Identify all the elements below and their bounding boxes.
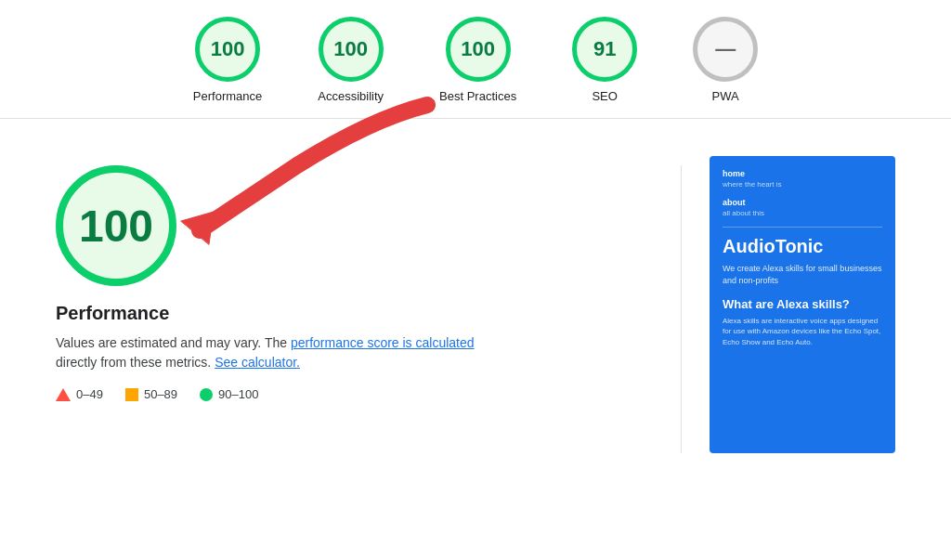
score-label-best-practices: Best Practices: [439, 89, 516, 103]
description-before: Values are estimated and may vary. The: [56, 335, 287, 350]
triangle-icon: [56, 388, 71, 401]
arrow-annotation: [130, 91, 455, 277]
score-item-best-practices[interactable]: 100 Best Practices: [439, 17, 516, 103]
description: Values are estimated and may vary. The p…: [56, 333, 502, 372]
right-panel: home where the heart is about all about …: [710, 156, 914, 453]
legend-orange-range: 50–89: [144, 387, 177, 401]
score-label-seo: SEO: [592, 89, 617, 103]
score-circle-performance: 100: [195, 17, 260, 82]
score-value-best-practices: 100: [461, 37, 495, 61]
square-icon: [125, 388, 138, 401]
divider: [681, 165, 682, 453]
performance-title: Performance: [56, 303, 169, 324]
preview-brand: AudioTonic: [723, 235, 882, 257]
score-value-pwa: —: [715, 37, 736, 61]
legend-orange: 50–89: [125, 387, 177, 401]
big-score-circle: 100: [56, 165, 176, 286]
score-item-accessibility[interactable]: 100 Accessibility: [318, 17, 384, 103]
score-item-pwa[interactable]: — PWA: [693, 17, 758, 103]
score-circle-pwa: —: [693, 17, 758, 82]
big-score-area: 100: [56, 165, 176, 286]
preview-nav1-sub: where the heart is: [723, 180, 882, 189]
score-circle-accessibility: 100: [319, 17, 384, 82]
preview-section-body: Alexa skills are interactive voice apps …: [723, 316, 882, 347]
score-label-pwa: PWA: [712, 89, 739, 103]
description-middle: directly from these metrics.: [56, 355, 211, 370]
score-value-accessibility: 100: [333, 37, 368, 61]
legend: 0–49 50–89 90–100: [56, 387, 258, 401]
score-value-seo: 91: [593, 37, 616, 61]
left-panel: 100 Performance Values are estimated and…: [37, 137, 653, 453]
performance-link[interactable]: performance score is calculated: [291, 335, 475, 350]
calculator-link[interactable]: See calculator.: [215, 355, 300, 370]
preview-nav1: home: [723, 169, 882, 178]
preview-section-title: What are Alexa skills?: [723, 297, 882, 311]
score-circle-seo: 91: [572, 17, 637, 82]
svg-marker-0: [181, 212, 214, 244]
legend-green: 90–100: [200, 387, 258, 401]
legend-red-range: 0–49: [76, 387, 103, 401]
main-content: 100 Performance Values are estimated and…: [0, 119, 951, 472]
preview-tagline: We create Alexa skills for small busines…: [723, 263, 882, 286]
legend-green-range: 90–100: [218, 387, 258, 401]
preview-nav2: about: [723, 198, 882, 207]
preview-divider: [723, 227, 882, 228]
circle-icon: [200, 388, 213, 401]
legend-red: 0–49: [56, 387, 103, 401]
score-item-seo[interactable]: 91 SEO: [572, 17, 637, 103]
score-bar: 100 Performance 100 Accessibility 100 Be…: [0, 0, 951, 119]
site-preview: home where the heart is about all about …: [710, 156, 895, 453]
big-score-value: 100: [79, 201, 153, 252]
score-value-performance: 100: [211, 37, 245, 61]
preview-nav2-sub: all about this: [723, 209, 882, 217]
score-item-performance[interactable]: 100 Performance: [193, 17, 262, 103]
score-label-accessibility: Accessibility: [318, 89, 384, 103]
score-circle-best-practices: 100: [446, 17, 511, 82]
score-label-performance: Performance: [193, 89, 262, 103]
